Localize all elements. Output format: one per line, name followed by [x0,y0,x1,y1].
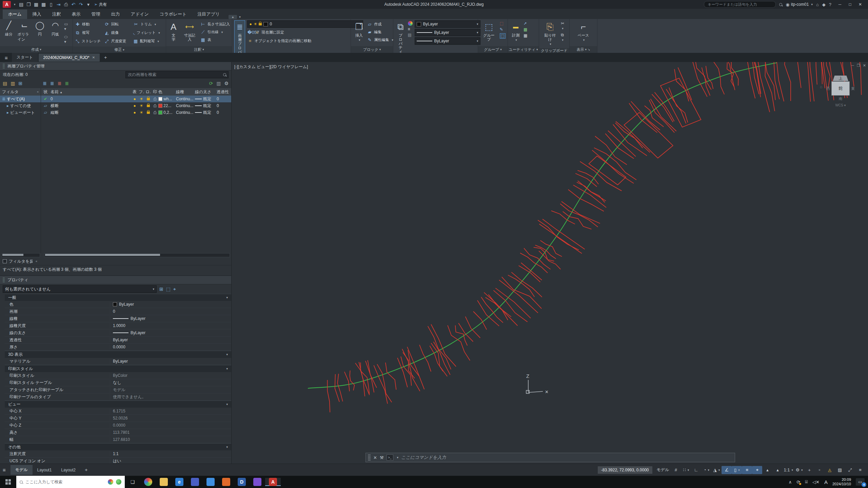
ribbon-tab-アドイン[interactable]: アドイン [125,9,154,19]
layerlist-hscrollbar[interactable] [44,253,230,257]
insert-block-tool[interactable]: ❐ 挿入▾ [353,20,365,43]
start-button[interactable] [0,476,16,488]
circle-tool[interactable]: ◯ 円 [33,20,47,37]
search-icon[interactable] [779,3,782,6]
status-customize-menu[interactable]: ≡ [855,466,865,474]
layer-row-0[interactable]: ✔0●☀⎙wh...Continu...既定0 [41,96,231,102]
close-button[interactable]: ✕ [855,1,865,8]
rectangle-flyout[interactable]: ▭ ▾ [64,22,71,31]
help-search-input[interactable]: キーワードまたは語句を入力 [704,1,776,8]
isodraft-toggle[interactable]: ◮▾ [711,466,722,474]
prop-section-その他[interactable]: その他▾ [5,443,231,450]
taskbar-clock[interactable]: 20:09 2024/10/10 [832,477,851,486]
linetype-list-icon[interactable]: ▤ [408,33,413,37]
ortho-toggle[interactable]: ∟ [691,466,701,474]
new-group-filter-icon[interactable]: ▥ [11,81,15,86]
prop-row[interactable]: アタッチされた印刷テーブルモデル [5,386,231,393]
filter-hscrollbar[interactable] [1,253,40,257]
layer-freeze-icon[interactable]: ☀ [138,110,145,115]
layer-lock-icon[interactable] [145,103,152,108]
prop-row[interactable]: 線の太さByLayer [5,329,231,337]
modify-tool-トリム[interactable]: ✂トリム▾ [133,20,159,28]
ribbon-display-toggle[interactable]: ▲ ▾ [229,15,240,19]
plot-icon[interactable]: ⎙ [62,1,70,8]
ribbon-tab-挿入[interactable]: 挿入 [27,9,47,19]
share-button[interactable]: ➢ 共有 [94,2,107,7]
invert-filter-checkbox[interactable]: フィルタを反転 « [0,258,46,265]
mail-icon[interactable] [203,478,218,486]
new-layer-icon[interactable]: ≣ [43,81,47,86]
layer-freeze-icon[interactable]: ☀ [138,103,145,108]
command-tools-icon[interactable]: ⚒ [380,455,384,460]
doc-close-icon[interactable]: ✕ [863,63,866,68]
undo-icon[interactable]: ↶ [70,1,77,8]
table-tool[interactable]: ▦ 表 [200,36,230,44]
filter-tree-item[interactable]: ▸すべての使 [0,102,41,109]
layer-lock-icon[interactable] [145,97,152,101]
dwg-app-icon[interactable]: D [234,478,250,486]
layer-palette-titlebar[interactable]: 画層プロパティ管理 [0,62,231,70]
panel-label-view[interactable]: 表示▾↘ [570,46,597,53]
dynamic-input-toggle[interactable]: ▯▾ [732,466,742,474]
save-to-mobile-icon[interactable]: ▯ [47,1,55,8]
layer-plot-icon[interactable]: ⎙ [152,103,158,108]
prop-row[interactable]: 印刷テーブルのタイプ使用できません。 [5,393,231,401]
ribbon-tab-注釈[interactable]: 注釈 [47,9,66,19]
layer-settings-list-icon[interactable]: ▥ [216,81,221,86]
prop-section-印刷スタイル[interactable]: 印刷スタイル▾ [5,365,231,372]
block-create-tool[interactable]: ▱ 作成 [367,20,393,28]
layer-list-header[interactable]: 状 名前 ▲ 表 フ. ロ. 印 色 線種 線の太さ 透過性 [41,88,231,96]
layout-tab-Layout1[interactable]: Layout1 [33,466,57,474]
modify-tool-尺度変更[interactable]: ⤢尺度変更 [104,37,130,45]
prop-row[interactable]: 中心 X6.1715 [5,408,231,415]
modify-tool-鏡像[interactable]: ◭鏡像 [104,29,130,37]
polar-tracking-toggle[interactable]: ◔▾ [701,466,711,474]
file-tab-close-icon[interactable]: ✕ [92,56,95,59]
viewcube-west-label[interactable]: 西 [826,86,830,91]
prop-row[interactable]: 印刷スタイルByColor [5,372,231,379]
toggle-pickadd-icon[interactable]: ⊞ [159,286,163,292]
save-as-icon[interactable]: ▩ [40,1,47,8]
layout-tab-Layout2[interactable]: Layout2 [56,466,80,474]
panel-label-create[interactable]: 作成▾ [0,46,73,53]
tray-expand-icon[interactable]: ∧ [789,480,792,485]
layer-search-input[interactable]: 次の画層を検索 [125,71,229,78]
base-view-tool[interactable]: ⌐ ベース▾ [576,20,591,43]
layer-lock-icon[interactable] [145,110,152,115]
prop-row[interactable]: 注釈尺度1:1 [5,450,231,458]
annotation-autoscale-toggle[interactable]: ▴ [772,466,783,474]
prop-row[interactable]: 線種ByLayer [5,315,231,322]
layer-plot-icon[interactable]: ⎙ [152,110,158,115]
ime-indicator[interactable]: A [824,479,828,485]
filter-tree-item[interactable]: ≣すべて(A) [0,96,41,102]
linetype-dropdown[interactable]: ByLayer▾ [415,37,480,45]
notification-center-button[interactable]: ▭4 [856,478,865,486]
prop-row[interactable]: 色ByLayer [5,301,231,308]
annotation-scale-button[interactable]: 1:1▾ [783,466,794,474]
update-icon[interactable]: ⟳ [796,480,800,485]
layer-freeze-icon[interactable]: ☀ [138,97,145,101]
recent-commands-caret-icon[interactable]: ▾ [397,456,399,459]
prop-row[interactable]: 線種尺度1.0000 [5,322,231,329]
ungroup-icon[interactable]: ⬚ [500,21,506,26]
prop-row[interactable]: 透過性ByLayer [5,337,231,344]
graphics-performance[interactable]: ◬ [825,466,835,474]
open-file-icon[interactable]: ❐ [25,1,33,8]
modify-tool-フィレット[interactable]: ◟フィレット▾ [133,29,159,37]
units-toggle[interactable]: ▫ [814,466,825,474]
qat-customize-icon[interactable]: ▾ [85,1,92,8]
set-current-layer-icon[interactable]: ≣ [65,81,69,86]
autocad-icon[interactable]: A [265,478,281,486]
layer-on-icon[interactable]: ● [131,110,138,115]
viewcube-home-icon[interactable]: ⌂ [820,84,822,89]
layout-menu-icon[interactable]: ≡ [3,467,6,473]
measure-tool[interactable]: ▬ 計測▾ [510,20,521,43]
viewcube-east-label[interactable]: 東 [851,86,855,91]
quick-select-icon[interactable]: ➚ [524,21,527,26]
prop-row[interactable]: 中心 Z0.0000 [5,422,231,429]
quick-calc-icon[interactable]: ▦ [524,33,527,38]
ribbon-tab-ホーム[interactable]: ホーム [3,9,27,19]
paste-tool[interactable]: ⎘ 貼り付け▾ [541,20,559,47]
minimize-button[interactable]: ─ [835,1,845,8]
group-edit-icon[interactable]: ✎ [500,27,506,32]
